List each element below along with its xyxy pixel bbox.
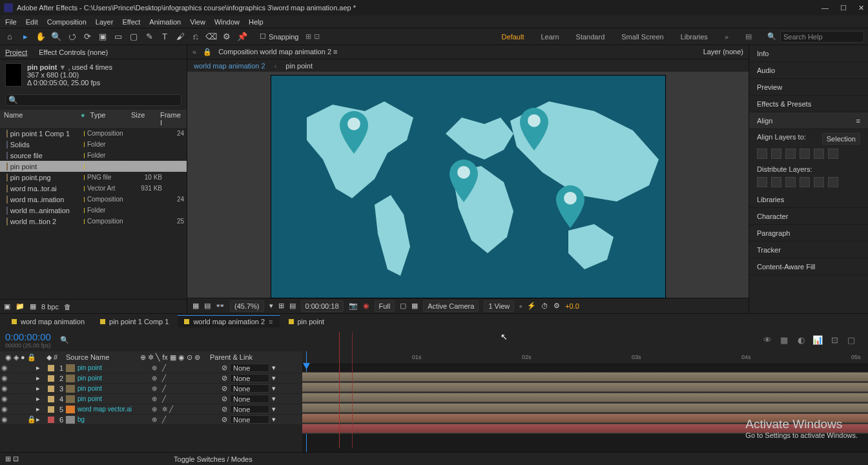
current-timecode[interactable]: 0:00:00:00 <box>5 331 51 342</box>
trash-icon[interactable]: 🗑 <box>64 303 71 311</box>
layer-row[interactable]: ◉🔒▸6bg⊕ ╱⊘None▾ <box>0 415 302 425</box>
timeline-tracks[interactable]: 01s 02s 03s 04s 05s <box>302 351 868 465</box>
camera-dropdown[interactable]: Active Camera <box>423 300 479 312</box>
panel-caf[interactable]: Content-Aware Fill <box>749 258 868 275</box>
home-icon[interactable]: ⌂ <box>4 31 16 43</box>
ws-learn[interactable]: Learn <box>541 33 559 41</box>
panel-preview[interactable]: Preview <box>749 79 868 96</box>
rotate-tool-icon[interactable]: ⟳ <box>81 31 93 43</box>
res-icon[interactable]: ▾ <box>269 302 273 310</box>
snap-checkbox[interactable]: ☐ <box>260 32 266 41</box>
brush-tool-icon[interactable]: 🖌 <box>174 31 186 43</box>
col-type[interactable]: Type <box>90 111 126 127</box>
render-icon[interactable]: ▢ <box>846 335 856 345</box>
ws-libraries[interactable]: Libraries <box>681 33 708 41</box>
layer-row[interactable]: ◉▸4pin point⊕ ╱⊘None▾ <box>0 394 302 404</box>
project-row[interactable]: world m..tion 2Composition25 <box>0 216 187 227</box>
panel-tracker[interactable]: Tracker <box>749 242 868 258</box>
preview-time[interactable]: 0:00:00:18 <box>301 300 344 312</box>
tab-project[interactable]: Project <box>5 48 27 56</box>
layer-row[interactable]: ◉▸2pin point⊕ ╱⊘None▾ <box>0 373 302 384</box>
layer-track[interactable] <box>302 403 868 413</box>
menu-animation[interactable]: Animation <box>149 18 181 26</box>
expand-icon[interactable]: ⊞ ⊡ <box>5 455 19 463</box>
timeline-tab[interactable]: pin point 1 Comp 1 <box>94 315 175 327</box>
layer-row[interactable]: ◉▸1pin point⊕ ╱⊘None▾ <box>0 363 302 373</box>
ws-overflow-icon[interactable]: » <box>725 33 728 41</box>
frame-blend-icon[interactable]: ▦ <box>779 335 789 345</box>
align-bottom-icon[interactable] <box>828 149 838 159</box>
breadcrumb-comp[interactable]: world map animation 2 <box>194 62 265 70</box>
pix-icon[interactable]: ▫ <box>519 302 522 310</box>
layer-track[interactable] <box>302 372 868 382</box>
camera-tool-icon[interactable]: ▣ <box>97 31 108 43</box>
guide-icon[interactable]: ⊞ <box>278 302 284 310</box>
search-help-input[interactable]: Search Help <box>780 31 864 43</box>
draft-icon[interactable]: ⊡ <box>829 335 840 345</box>
ruler-icon[interactable]: ▤ <box>289 302 296 310</box>
mag-icon[interactable]: ▦ <box>192 302 199 310</box>
layer-row[interactable]: ◉▸5word map vector.ai⊕ ✲ ╱⊘None▾ <box>0 404 302 415</box>
time-ruler[interactable]: 01s 02s 03s 04s 05s <box>302 351 868 364</box>
clone-tool-icon[interactable]: ⎌ <box>190 31 202 43</box>
align-hcenter-icon[interactable] <box>771 149 781 159</box>
graph-icon[interactable]: 📊 <box>812 335 823 345</box>
layer-row[interactable]: ◉▸3pin point⊕ ╱⊘None▾ <box>0 384 302 394</box>
view-dropdown[interactable]: 1 View <box>484 300 514 312</box>
canvas[interactable] <box>271 76 665 298</box>
timeline-tab[interactable]: word map animation <box>5 315 91 327</box>
lock-icon[interactable]: 🔒 <box>203 48 212 56</box>
maximize-icon[interactable]: ☐ <box>840 4 847 12</box>
align-vcenter-icon[interactable] <box>814 149 824 159</box>
selection-tool-icon[interactable]: ▸ <box>19 31 31 43</box>
project-row[interactable]: word ma..tor.aiVector Art931 KB <box>0 183 187 194</box>
panel-character[interactable]: Character <box>749 208 868 225</box>
timeline-search-icon[interactable]: 🔍 <box>60 336 69 344</box>
menu-view[interactable]: View <box>190 18 205 26</box>
ws-reset-icon[interactable]: ▤ <box>745 32 752 41</box>
eraser-tool-icon[interactable]: ⌫ <box>205 31 217 43</box>
puppet-tool-icon[interactable]: 📌 <box>236 31 248 43</box>
breadcrumb-sub[interactable]: pin point <box>285 62 313 70</box>
dist-5-icon[interactable] <box>814 177 824 187</box>
mask-icon[interactable]: 👓 <box>216 302 225 310</box>
time-icon[interactable]: ⏱ <box>541 302 548 310</box>
timeline-tab[interactable]: world map animation 2 ≡ <box>178 315 279 327</box>
align-top-icon[interactable] <box>800 149 810 159</box>
project-row[interactable]: world m..animationFolder <box>0 205 187 216</box>
panel-paragraph[interactable]: Paragraph <box>749 225 868 242</box>
snap-opts2-icon[interactable]: ⊡ <box>314 32 320 41</box>
project-row[interactable]: pin point 1 Comp 1Composition24 <box>0 128 187 139</box>
ws-small[interactable]: Small Screen <box>621 33 663 41</box>
align-right-icon[interactable] <box>785 149 796 159</box>
align-target-dropdown[interactable]: Selection <box>822 133 860 145</box>
project-list[interactable]: pin point 1 Comp 1Composition24SolidsFol… <box>0 128 187 299</box>
layer-track[interactable] <box>302 393 868 403</box>
panel-libraries[interactable]: Libraries <box>749 191 868 208</box>
roi-icon[interactable]: ▢ <box>400 302 406 310</box>
folder-icon[interactable]: 📁 <box>16 302 25 311</box>
trans-grid-icon[interactable]: ▦ <box>411 302 418 310</box>
col-parent[interactable]: Parent & Link <box>207 353 255 361</box>
exposure[interactable]: +0.0 <box>565 302 579 310</box>
ws-standard[interactable]: Standard <box>576 33 605 41</box>
hand-tool-icon[interactable]: ✋ <box>35 31 46 43</box>
gear-icon[interactable]: ⚙ <box>553 302 560 310</box>
composition-viewer[interactable] <box>187 72 749 298</box>
close-icon[interactable]: ✕ <box>858 4 864 12</box>
zoom-dropdown[interactable]: (45.7%) <box>230 300 264 312</box>
dist-6-icon[interactable] <box>828 177 838 187</box>
dist-4-icon[interactable] <box>800 177 810 187</box>
menu-edit[interactable]: Edit <box>26 18 38 26</box>
col-source-name[interactable]: Source Name <box>63 353 138 361</box>
layer-tab[interactable]: Layer (none) <box>703 48 743 56</box>
anchor-tool-icon[interactable]: ▭ <box>112 31 124 43</box>
mb-icon[interactable]: ◐ <box>796 335 806 345</box>
toggle-switches-button[interactable]: Toggle Switches / Modes <box>174 455 253 463</box>
roto-tool-icon[interactable]: ⚙ <box>221 31 232 43</box>
menu-help[interactable]: Help <box>249 18 264 26</box>
menu-file[interactable]: File <box>5 18 17 26</box>
col-name[interactable]: Name <box>4 111 76 127</box>
menu-effect[interactable]: Effect <box>122 18 140 26</box>
resolution-dropdown[interactable]: Full <box>375 300 395 312</box>
